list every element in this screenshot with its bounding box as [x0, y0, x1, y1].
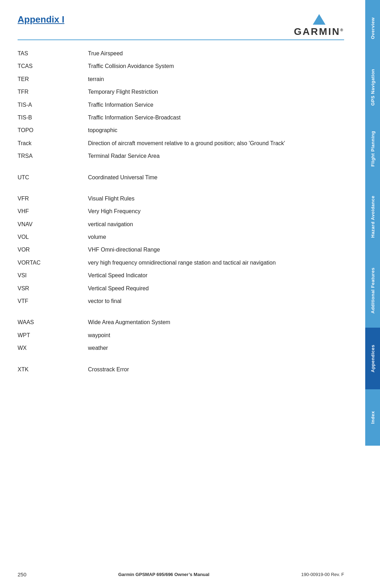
- garmin-logo-text: GARMIN®: [294, 26, 344, 37]
- def-trsa: Terminal Radar Service Area: [88, 152, 344, 160]
- list-item: TOPO topographic: [18, 124, 344, 137]
- garmin-logo: GARMIN®: [294, 14, 344, 37]
- list-item: VTF vector to final: [18, 295, 344, 308]
- def-tas: True Airspeed: [88, 50, 344, 57]
- page-header: Appendix I GARMIN®: [18, 14, 344, 40]
- term-ter: TER: [18, 75, 88, 83]
- def-vor: VHF Omni-directional Range: [88, 246, 344, 254]
- term-vortac: VORTAC: [18, 259, 88, 267]
- list-item: TRSA Terminal Radar Service Area: [18, 150, 344, 162]
- content-area: Appendix I GARMIN® TAS True Airspeed TCA…: [0, 0, 365, 588]
- list-item: VOL volume: [18, 231, 344, 243]
- def-waas: Wide Area Augmentation System: [88, 318, 344, 326]
- tab-flight-label: Flight Planning: [370, 131, 375, 167]
- garmin-triangle-icon: [313, 14, 325, 25]
- def-track: Direction of aircraft movement relative …: [88, 140, 344, 147]
- term-vhf: VHF: [18, 208, 88, 215]
- tab-index[interactable]: Index: [365, 389, 380, 446]
- list-item: Track Direction of aircraft movement rel…: [18, 137, 344, 150]
- def-vsi: Vertical Speed Indicator: [88, 272, 344, 279]
- glossary-table: TAS True Airspeed TCAS Traffic Collision…: [18, 47, 344, 376]
- list-item: WPT waypoint: [18, 329, 344, 342]
- list-item: VSR Vertical Speed Required: [18, 282, 344, 295]
- def-tfr: Temporary Flight Restriction: [88, 88, 344, 96]
- tab-appendices-label: Appendices: [370, 345, 375, 372]
- list-item: UTC Coordinated Universal Time: [18, 171, 344, 184]
- def-vol: volume: [88, 233, 344, 241]
- term-xtk: XTK: [18, 366, 88, 373]
- tab-additional-features[interactable]: Additional Features: [365, 254, 380, 328]
- page-container: Overview GPS Navigation Flight Planning …: [0, 0, 380, 588]
- section-gap-3: [18, 308, 344, 316]
- tab-gps-navigation[interactable]: GPS Navigation: [365, 56, 380, 118]
- list-item: TIS-A Traffic Information Service: [18, 99, 344, 111]
- def-vhf: Very High Frequency: [88, 208, 344, 215]
- def-topo: topographic: [88, 126, 344, 134]
- def-vtf: vector to final: [88, 297, 344, 305]
- term-tfr: TFR: [18, 88, 88, 96]
- def-wx: weather: [88, 344, 344, 352]
- tab-overview[interactable]: Overview: [365, 0, 380, 56]
- tab-hazard-label: Hazard Avoidance: [370, 196, 375, 238]
- term-vsi: VSI: [18, 272, 88, 279]
- term-utc: UTC: [18, 174, 88, 181]
- def-wpt: waypoint: [88, 332, 344, 339]
- term-vsr: VSR: [18, 285, 88, 292]
- list-item: TAS True Airspeed: [18, 47, 344, 60]
- tab-additional-label: Additional Features: [370, 268, 375, 314]
- section-gap-2: [18, 184, 344, 192]
- term-track: Track: [18, 140, 88, 147]
- list-item: TIS-B Traffic Information Service-Broadc…: [18, 111, 344, 124]
- def-xtk: Crosstrack Error: [88, 366, 344, 373]
- registered-mark: ®: [340, 28, 344, 32]
- tab-index-label: Index: [370, 411, 375, 424]
- footer-right-text: 190-00919-00 Rev. F: [301, 572, 344, 577]
- list-item: VHF Very High Frequency: [18, 205, 344, 218]
- term-waas: WAAS: [18, 318, 88, 326]
- term-tcas: TCAS: [18, 62, 88, 70]
- term-tas: TAS: [18, 50, 88, 57]
- def-vsr: Vertical Speed Required: [88, 285, 344, 292]
- list-item: VNAV vertical navigation: [18, 218, 344, 231]
- page-number: 250: [18, 571, 26, 577]
- list-item: XTK Crosstrack Error: [18, 363, 344, 376]
- def-tcas: Traffic Collision Avoidance System: [88, 62, 344, 70]
- tab-hazard-avoidance[interactable]: Hazard Avoidance: [365, 180, 380, 254]
- def-tis-a: Traffic Information Service: [88, 101, 344, 109]
- list-item: WAAS Wide Area Augmentation System: [18, 316, 344, 329]
- term-wx: WX: [18, 344, 88, 352]
- list-item: TFR Temporary Flight Restriction: [18, 86, 344, 98]
- tab-gps-label: GPS Navigation: [370, 69, 375, 106]
- list-item: TER terrain: [18, 73, 344, 86]
- list-item: VFR Visual Flight Rules: [18, 192, 344, 205]
- term-vnav: VNAV: [18, 221, 88, 228]
- side-tabs: Overview GPS Navigation Flight Planning …: [365, 0, 380, 588]
- def-vfr: Visual Flight Rules: [88, 195, 344, 203]
- list-item: VOR VHF Omni-directional Range: [18, 243, 344, 256]
- page-footer: 250 Garmin GPSMAP 695/696 Owner’s Manual…: [18, 571, 344, 577]
- def-vnav: vertical navigation: [88, 221, 344, 228]
- list-item: TCAS Traffic Collision Avoidance System: [18, 60, 344, 73]
- term-trsa: TRSA: [18, 152, 88, 160]
- section-gap-4: [18, 355, 344, 363]
- term-vfr: VFR: [18, 195, 88, 203]
- section-gap-1: [18, 163, 344, 171]
- def-ter: terrain: [88, 75, 344, 83]
- def-utc: Coordinated Universal Time: [88, 174, 344, 181]
- term-tis-a: TIS-A: [18, 101, 88, 109]
- term-tis-b: TIS-B: [18, 114, 88, 122]
- list-item: VORTAC very high frequency omnidirection…: [18, 256, 344, 269]
- tab-flight-planning[interactable]: Flight Planning: [365, 118, 380, 180]
- tab-overview-label: Overview: [370, 17, 375, 39]
- list-item: WX weather: [18, 342, 344, 354]
- term-vol: VOL: [18, 233, 88, 241]
- page-title: Appendix I: [18, 14, 64, 25]
- def-vortac: very high frequency omnidirectional rang…: [88, 259, 344, 267]
- term-wpt: WPT: [18, 332, 88, 339]
- footer-center-text: Garmin GPSMAP 695/696 Owner’s Manual: [118, 572, 209, 577]
- term-vor: VOR: [18, 246, 88, 254]
- tab-appendices[interactable]: Appendices: [365, 328, 380, 389]
- def-tis-b: Traffic Information Service-Broadcast: [88, 114, 344, 122]
- list-item: VSI Vertical Speed Indicator: [18, 269, 344, 282]
- term-topo: TOPO: [18, 126, 88, 134]
